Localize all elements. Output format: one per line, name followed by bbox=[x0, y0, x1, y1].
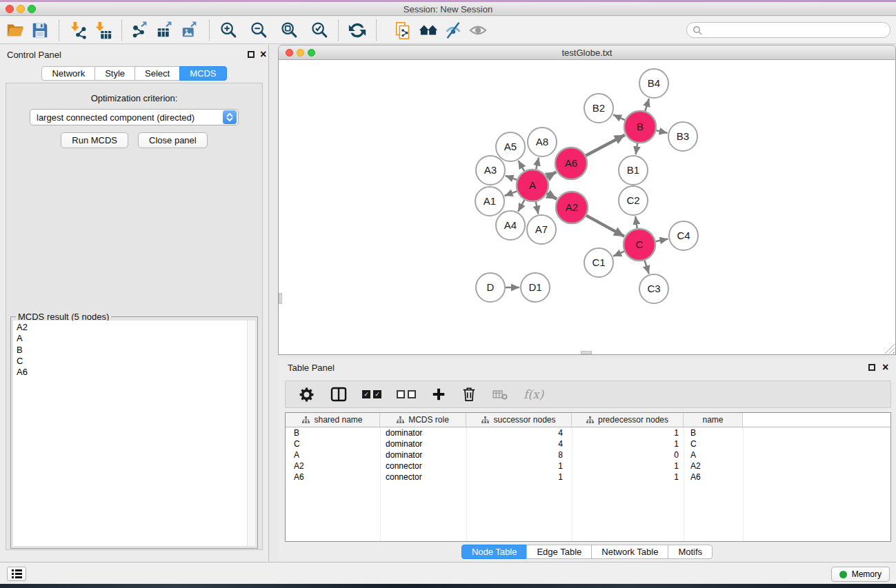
column-header-successor-nodes[interactable]: successor nodes bbox=[466, 413, 572, 427]
home-button[interactable] bbox=[416, 19, 441, 42]
criterion-select[interactable]: largest connected component (directed) bbox=[30, 109, 239, 125]
cell[interactable]: 1 bbox=[572, 472, 684, 482]
graph-edge-B-B1[interactable] bbox=[636, 143, 638, 155]
float-table-panel-icon[interactable] bbox=[868, 364, 875, 371]
column-header-shared-name[interactable]: shared name bbox=[286, 413, 380, 427]
graph-edge-A-A1[interactable] bbox=[505, 191, 517, 196]
network-graph[interactable]: B4B2BB3A5A8A6A3B1AA1C2A2A4A7C4CC1C3DD1 bbox=[279, 60, 895, 354]
table-row[interactable]: Cdominator41C bbox=[286, 438, 890, 449]
close-network-window-icon[interactable] bbox=[286, 49, 293, 57]
tab-select[interactable]: Select bbox=[135, 66, 180, 81]
cell[interactable]: 1 bbox=[466, 472, 572, 482]
table-row[interactable]: A2connector11A2 bbox=[286, 460, 890, 472]
cell[interactable]: 1 bbox=[572, 439, 684, 449]
graph-edge-C-C1[interactable] bbox=[613, 252, 624, 256]
column-header-name[interactable]: name bbox=[684, 413, 743, 427]
cell[interactable]: A6 bbox=[684, 472, 743, 482]
graph-edge-C-C3[interactable] bbox=[645, 261, 649, 274]
cell[interactable]: 0 bbox=[572, 450, 684, 460]
cell[interactable]: connector bbox=[380, 472, 466, 482]
function-builder-button[interactable]: f(x) bbox=[524, 387, 544, 401]
cell[interactable]: C bbox=[286, 439, 380, 449]
graph-edge-C-C2[interactable] bbox=[635, 216, 637, 228]
memory-button[interactable]: Memory bbox=[831, 567, 890, 582]
cell[interactable]: 1 bbox=[572, 461, 684, 471]
save-session-button[interactable] bbox=[28, 19, 52, 42]
cell[interactable]: A2 bbox=[286, 461, 380, 471]
graph-edge-B-B4[interactable] bbox=[645, 99, 649, 111]
column-header-mcds-role[interactable]: MCDS role bbox=[380, 413, 466, 427]
graph-edge-A-A2[interactable] bbox=[547, 194, 557, 199]
close-panel-icon[interactable]: × bbox=[260, 51, 266, 58]
zoom-selected-button[interactable] bbox=[307, 19, 332, 42]
horizontal-scrollbar-thumb[interactable] bbox=[581, 351, 592, 354]
cell[interactable]: 1 bbox=[572, 428, 684, 438]
graph-edge-A-A6[interactable] bbox=[547, 172, 557, 177]
minimize-network-window-icon[interactable] bbox=[297, 49, 304, 57]
result-item[interactable]: A6 bbox=[13, 367, 255, 378]
cell[interactable]: 4 bbox=[466, 428, 572, 438]
tab-mcds[interactable]: MCDS bbox=[179, 66, 226, 81]
tab-style[interactable]: Style bbox=[94, 66, 135, 81]
network-window-titlebar[interactable]: testGlobe.txt bbox=[278, 45, 896, 60]
graph-edge-A-A7[interactable] bbox=[536, 202, 539, 214]
hide-graphics-details-button[interactable] bbox=[441, 19, 466, 42]
cell[interactable]: dominator bbox=[380, 428, 466, 438]
search-input[interactable] bbox=[705, 23, 890, 37]
graph-edge-A-A4[interactable] bbox=[518, 200, 524, 212]
cell[interactable]: A2 bbox=[684, 461, 743, 471]
delete-table-button[interactable] bbox=[492, 387, 508, 402]
open-session-button[interactable] bbox=[3, 19, 28, 42]
show-graphics-details-button[interactable] bbox=[466, 19, 490, 42]
export-table-button[interactable] bbox=[153, 19, 178, 42]
new-network-from-file-button[interactable] bbox=[391, 19, 416, 42]
cell[interactable]: B bbox=[286, 428, 380, 438]
vertical-scrollbar-thumb[interactable] bbox=[279, 293, 282, 304]
graph-edge-C-C4[interactable] bbox=[656, 239, 668, 242]
task-history-button[interactable] bbox=[7, 567, 26, 581]
add-column-button[interactable] bbox=[431, 387, 446, 402]
run-mcds-button[interactable]: Run MCDS bbox=[61, 132, 128, 148]
result-scrollbar[interactable] bbox=[247, 321, 255, 546]
tab-node-table[interactable]: Node Table bbox=[461, 545, 528, 559]
cell[interactable]: dominator bbox=[380, 450, 466, 460]
result-item[interactable]: B bbox=[13, 345, 255, 356]
zoom-out-button[interactable] bbox=[246, 19, 271, 42]
graph-edge-A2-C[interactable] bbox=[586, 216, 624, 236]
column-header-predecessor-nodes[interactable]: predecessor nodes bbox=[572, 413, 684, 427]
table-row[interactable]: A6connector11A6 bbox=[286, 472, 890, 483]
close-panel-button[interactable]: Close panel bbox=[138, 132, 208, 148]
cell[interactable]: dominator bbox=[380, 439, 466, 449]
cell[interactable]: 1 bbox=[466, 461, 572, 471]
cell[interactable]: C bbox=[684, 439, 743, 449]
zoom-network-window-icon[interactable] bbox=[308, 49, 315, 57]
tab-network-table[interactable]: Network Table bbox=[591, 545, 668, 559]
tab-motifs[interactable]: Motifs bbox=[668, 545, 713, 559]
mcds-result-list[interactable]: A2ABCA6 bbox=[13, 321, 255, 546]
graph-edge-A-A3[interactable] bbox=[506, 176, 517, 180]
cell[interactable]: 4 bbox=[466, 439, 572, 449]
zoom-in-button[interactable] bbox=[216, 19, 241, 42]
result-item[interactable]: C bbox=[13, 356, 255, 367]
float-panel-icon[interactable] bbox=[248, 51, 255, 58]
cell[interactable]: A6 bbox=[286, 472, 380, 482]
graph-edge-A6-B[interactable] bbox=[586, 135, 625, 156]
result-item[interactable]: A bbox=[13, 333, 255, 344]
graph-edge-B-B3[interactable] bbox=[656, 130, 667, 133]
delete-column-button[interactable] bbox=[461, 386, 477, 403]
network-canvas[interactable]: B4B2BB3A5A8A6A3B1AA1C2A2A4A7C4CC1C3DD1 bbox=[278, 60, 896, 355]
graph-edge-A-A5[interactable] bbox=[518, 161, 524, 171]
graph-edge-B-B2[interactable] bbox=[613, 114, 625, 120]
cell[interactable]: 8 bbox=[466, 450, 572, 460]
cell[interactable]: connector bbox=[380, 461, 466, 471]
cell[interactable]: A bbox=[286, 450, 380, 460]
export-image-button[interactable] bbox=[178, 19, 203, 42]
import-network-button[interactable] bbox=[66, 19, 90, 42]
deselect-all-button[interactable] bbox=[397, 390, 416, 398]
close-table-panel-icon[interactable]: × bbox=[882, 364, 888, 371]
cell[interactable]: B bbox=[684, 428, 743, 438]
graph-edge-A-A8[interactable] bbox=[536, 158, 539, 170]
result-item[interactable]: A2 bbox=[13, 322, 255, 333]
table-settings-button[interactable] bbox=[298, 386, 315, 403]
table-row[interactable]: Adominator80A bbox=[286, 449, 890, 460]
